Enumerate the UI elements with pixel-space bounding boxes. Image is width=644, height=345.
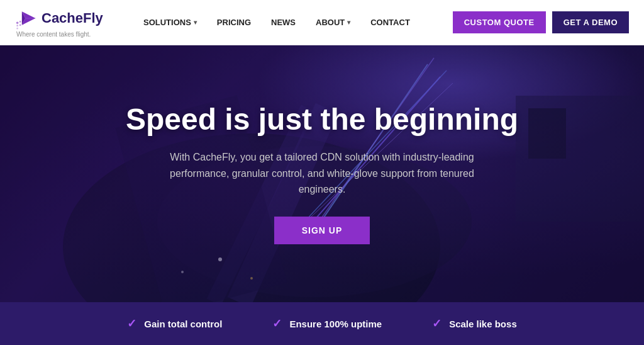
bottom-label-2: Ensure 100% uptime: [289, 319, 382, 329]
hero-title: Speed is just the beginning: [126, 103, 518, 137]
nav-contact[interactable]: CONTACT: [362, 13, 419, 32]
nav-pricing[interactable]: PRICING: [208, 13, 260, 32]
custom-quote-button[interactable]: CUSTOM QUOTE: [453, 11, 546, 33]
hero-subtitle: With CacheFly, you get a tailored CDN so…: [146, 149, 498, 198]
logo-top: CacheFly: [15, 7, 103, 30]
signup-button[interactable]: SIGN UP: [274, 217, 370, 244]
check-icon-2: ✓: [272, 317, 282, 331]
nav-news[interactable]: NEWS: [262, 13, 304, 32]
svg-point-0: [16, 21, 19, 24]
bottom-item-control: ✓ Gain total control: [127, 317, 222, 331]
bottom-item-scale: ✓ Scale like boss: [432, 317, 517, 331]
svg-point-22: [181, 271, 184, 273]
svg-point-3: [19, 24, 21, 26]
nav-buttons: CUSTOM QUOTE GET A DEMO: [453, 11, 629, 33]
nav-about[interactable]: ABOUT ▾: [307, 13, 359, 32]
logo-name: CacheFly: [42, 10, 103, 26]
navbar: CacheFly Where content takes flight. SOL…: [0, 0, 644, 45]
svg-point-1: [19, 21, 21, 23]
hero-section: Speed is just the beginning With CacheFl…: [0, 45, 644, 302]
check-icon-3: ✓: [432, 317, 441, 331]
svg-point-2: [16, 25, 18, 26]
bottom-bar: ✓ Gain total control ✓ Ensure 100% uptim…: [0, 302, 644, 345]
logo-tagline: Where content takes flight.: [16, 31, 91, 38]
hero-content: Speed is just the beginning With CacheFl…: [113, 103, 531, 244]
bottom-item-uptime: ✓ Ensure 100% uptime: [272, 317, 382, 331]
svg-point-23: [250, 277, 253, 280]
svg-rect-20: [528, 108, 566, 159]
get-demo-button[interactable]: GET A DEMO: [552, 11, 629, 33]
chevron-down-icon-about: ▾: [347, 19, 350, 26]
nav-solutions[interactable]: SOLUTIONS ▾: [135, 13, 206, 32]
logo-area[interactable]: CacheFly Where content takes flight.: [15, 7, 116, 38]
bottom-label-3: Scale like boss: [449, 319, 517, 329]
svg-point-21: [218, 257, 222, 261]
check-icon-1: ✓: [127, 317, 136, 331]
nav-links: SOLUTIONS ▾ PRICING NEWS ABOUT ▾ CONTACT: [135, 13, 453, 32]
chevron-down-icon: ▾: [194, 19, 197, 26]
svg-point-5: [16, 28, 18, 30]
logo-icon: [15, 7, 38, 30]
bottom-label-1: Gain total control: [144, 319, 222, 329]
